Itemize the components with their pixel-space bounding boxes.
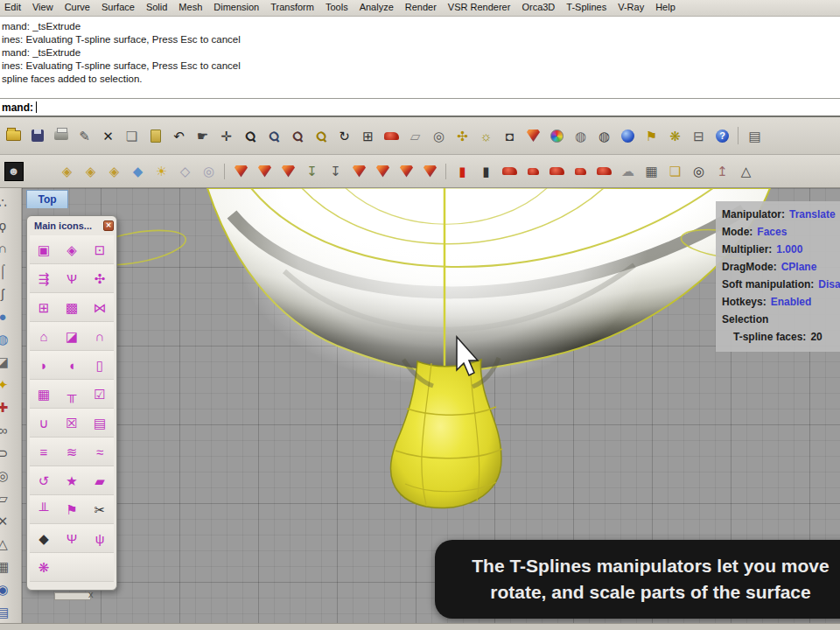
shield-icon[interactable] [522, 124, 545, 147]
antenna-icon[interactable]: ↥ [710, 161, 734, 182]
bulb-shield-icon[interactable] [347, 161, 371, 182]
ts-extrude-icon[interactable]: ▣ [30, 235, 58, 264]
ts-swirl-icon[interactable]: ↺ [30, 466, 58, 495]
folder-pen-icon[interactable]: ❏ [663, 161, 687, 182]
ts-pattern-lock-icon[interactable]: ▩ [58, 293, 86, 322]
ts-stack-icon[interactable]: ≡ [30, 438, 58, 466]
car-4-icon[interactable] [569, 161, 592, 182]
hud-value[interactable]: Enabled [771, 296, 812, 308]
cross-tool-icon[interactable]: ✚ [0, 396, 18, 418]
lightbulb-icon[interactable]: ☼ [474, 124, 498, 147]
target-icon[interactable]: ◎ [687, 161, 710, 182]
close-icon[interactable]: ✕ [103, 220, 114, 231]
menu-analyze[interactable]: Analyze [360, 2, 394, 16]
ts-magnet-icon[interactable]: ∩ [86, 322, 114, 351]
car-ball-icon[interactable] [592, 161, 616, 182]
ts-open-box-icon[interactable]: ▯ [86, 351, 114, 380]
menu-transform[interactable]: Transform [270, 2, 314, 16]
ts-star-cycle-icon[interactable]: ★ [58, 466, 86, 495]
car-display-icon[interactable] [380, 124, 403, 147]
menu-surface[interactable]: Surface [102, 2, 135, 16]
shield-pen-icon[interactable] [395, 161, 418, 182]
molecule-icon[interactable]: ✣ [451, 124, 474, 147]
battery-icon[interactable]: ▮ [451, 161, 474, 182]
freeform-tool-icon[interactable]: ʃ [0, 282, 18, 304]
arc-tool-icon[interactable]: ∩ [0, 236, 18, 259]
menu-dimension[interactable]: Dimension [214, 2, 259, 16]
car-cloud-icon[interactable]: ☁ [616, 161, 640, 182]
shield-cup-icon[interactable] [371, 161, 395, 182]
menu-edit[interactable]: Edit [4, 2, 21, 16]
menu-orca3d[interactable]: Orca3D [522, 2, 555, 16]
ts-dome-icon[interactable]: ⌂ [30, 322, 58, 351]
flag-icon[interactable]: ⚑ [640, 124, 663, 147]
blue-cube-icon[interactable]: ◆ [126, 161, 150, 182]
ts-scissors-icon[interactable]: ✂ [86, 495, 114, 524]
edit-page-icon[interactable]: ✎ [73, 124, 96, 147]
layer-icon[interactable]: ⊟ [687, 124, 710, 147]
ts-badge-3-icon[interactable]: ◈ [102, 161, 126, 182]
gear-icon[interactable]: ❋ [663, 124, 687, 147]
ts-vertex-cube-icon[interactable]: ⊞ [30, 293, 58, 322]
palette-footer-x[interactable]: x [88, 589, 94, 599]
chain-tool-icon[interactable]: ∞ [0, 418, 18, 441]
dot-tool-icon[interactable]: ◉ [0, 578, 18, 600]
hud-value[interactable]: Translate [789, 208, 836, 220]
panel-toggle-icon[interactable]: ☻ [2, 161, 25, 182]
menu-help[interactable]: Help [655, 2, 676, 16]
tsplines-shield-2-icon[interactable] [253, 161, 276, 182]
sphere-tool-icon[interactable]: ● [0, 304, 18, 327]
ts-framed-cube-icon[interactable]: ⊡ [86, 235, 114, 264]
ts-flame-grid-2-icon[interactable]: ≈ [86, 438, 114, 466]
viewport[interactable]: Top Main icons... ✕ ▣◈⊡⇶Ѱ✣⊞▩⋈⌂◪∩◗◖▯▦╥☑∪☒… [22, 188, 840, 623]
cylinder-tool-icon[interactable]: ▱ [0, 486, 18, 509]
ts-grid-box-icon[interactable]: ▦ [30, 380, 58, 409]
menu-vsr-renderer[interactable]: VSR Renderer [448, 2, 511, 16]
ts-trident-icon[interactable]: ψ [86, 524, 114, 553]
menu-solid[interactable]: Solid [146, 2, 167, 16]
pin-bulb-icon[interactable]: ↧ [300, 161, 324, 182]
tsplines-shield-1-icon[interactable] [229, 161, 253, 182]
tsplines-shield-3-icon[interactable] [276, 161, 300, 182]
paste-icon[interactable] [144, 124, 167, 147]
delete-icon[interactable]: ✕ [96, 124, 120, 147]
capsule-icon[interactable]: ▮ [474, 161, 498, 182]
ts-comb-icon[interactable]: ╨ [30, 495, 58, 524]
command-input[interactable]: mand: [0, 99, 840, 117]
ts-badge-1-icon[interactable]: ◈ [55, 161, 79, 182]
book-tool-icon[interactable]: ▤ [0, 600, 18, 623]
zoom-extents-icon[interactable]: Ϙ [285, 124, 309, 147]
ts-wing-icon[interactable]: ◖ [58, 351, 86, 380]
cone-wire-icon[interactable]: △ [734, 161, 758, 182]
main-icons-palette[interactable]: Main icons... ✕ ▣◈⊡⇶Ѱ✣⊞▩⋈⌂◪∩◗◖▯▦╥☑∪☒▤≡≋≈… [26, 215, 117, 591]
menu-render[interactable]: Render [405, 2, 437, 16]
viewport-layout-icon[interactable]: ⊞ [356, 124, 380, 147]
lock-icon[interactable]: ◘ [498, 124, 522, 147]
menu-tools[interactable]: Tools [326, 2, 348, 16]
color-wheel-icon[interactable] [545, 124, 569, 147]
scale-tool-icon[interactable]: ⊃ [0, 441, 18, 464]
car-1-icon[interactable] [498, 161, 522, 182]
hud-value[interactable]: 1.000 [776, 243, 802, 256]
move-icon[interactable]: ✛ [214, 124, 238, 147]
curve-tool-icon[interactable]: ϙ [0, 214, 18, 236]
menu-t-splines[interactable]: T-Splines [566, 2, 606, 16]
polyline-tool-icon[interactable]: ⌠ [0, 259, 18, 282]
ts-gear-icon[interactable]: ❋ [30, 553, 58, 582]
ts-badge-2-icon[interactable]: ◈ [79, 161, 102, 182]
orient-icon[interactable]: ◎ [427, 124, 451, 147]
zoom-icon[interactable]: Ϙ [238, 124, 262, 147]
ts-merge-icon[interactable]: ∪ [30, 409, 58, 438]
ts-flag-icon[interactable]: ⚑ [58, 495, 86, 524]
ts-rock-icon[interactable]: ◆ [30, 524, 58, 553]
triangle-tool-icon[interactable]: △ [0, 532, 18, 555]
ts-bent-plane-icon[interactable]: ◪ [58, 322, 86, 351]
menu-mesh[interactable]: Mesh [178, 2, 202, 16]
zoom-window-icon[interactable]: Ϙ [262, 124, 285, 147]
circle-tool-icon[interactable]: ◎ [0, 464, 18, 486]
ts-shell-icon[interactable]: ◗ [30, 351, 58, 380]
menu-view[interactable]: View [32, 2, 53, 16]
ts-linked-cubes-icon[interactable]: ⋈ [86, 293, 114, 322]
save-icon[interactable] [25, 124, 49, 147]
viewport-tab-top[interactable]: Top [26, 190, 68, 208]
